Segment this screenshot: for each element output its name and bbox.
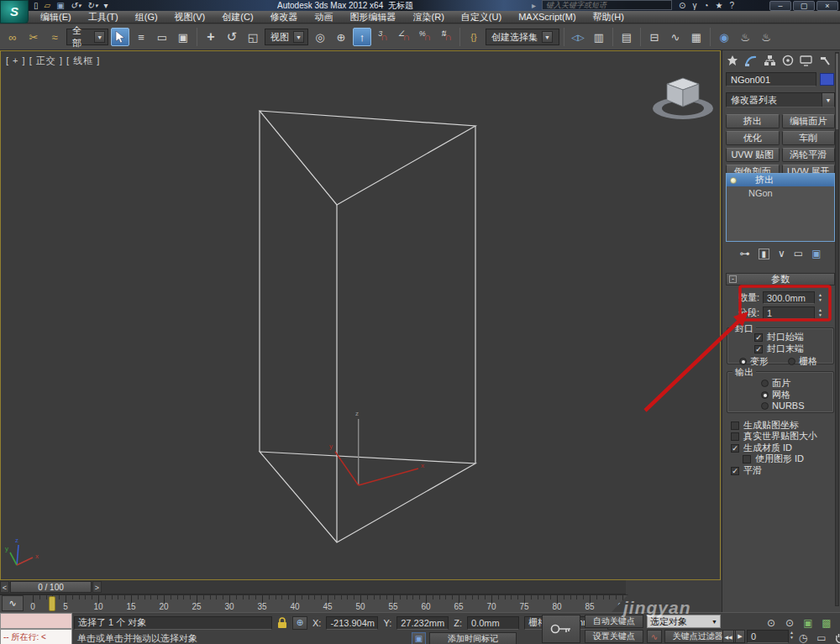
tab-motion-icon[interactable]: [780, 53, 796, 68]
tab-display-icon[interactable]: [798, 53, 815, 68]
schematic-view-icon[interactable]: ▦: [687, 28, 706, 46]
selection-lock-icon[interactable]: [277, 617, 287, 629]
snap-toggle-3d-icon[interactable]: 3∩: [374, 28, 392, 46]
select-object-icon[interactable]: [111, 28, 129, 46]
frame-spinner-arrows[interactable]: ▲▼: [790, 631, 794, 640]
redo-icon[interactable]: ↻▾: [87, 1, 98, 10]
menu-item[interactable]: 视图(V): [166, 11, 214, 24]
select-and-scale-icon[interactable]: ◱: [244, 28, 262, 46]
pin-stack-icon[interactable]: ⊶: [740, 248, 750, 259]
parameters-rollout-header[interactable]: - 参数: [726, 273, 835, 285]
default-tangent-icon[interactable]: ∿: [647, 630, 662, 643]
new-file-icon[interactable]: ▯: [34, 1, 39, 10]
modifier-onoff-bulb-icon[interactable]: [730, 177, 737, 184]
time-slider-track[interactable]: < 0 / 100 >: [0, 580, 626, 594]
spinner-snap-icon[interactable]: ⇅∩: [437, 28, 455, 46]
set-keys-button[interactable]: [542, 615, 580, 643]
layer-manager-icon[interactable]: ▤: [617, 28, 636, 46]
zoom-extents-all-icon[interactable]: ▩: [818, 616, 835, 630]
select-and-move-icon[interactable]: +: [202, 28, 220, 46]
smooth-checkbox[interactable]: ✓平滑: [731, 465, 762, 476]
modifier-preset-button[interactable]: 车削: [782, 131, 836, 145]
segments-spinner-arrows[interactable]: ▲▼: [818, 308, 822, 317]
track-bar[interactable]: 051015202530354045505560657075808590 ∿: [0, 594, 721, 612]
play-animation-icon[interactable]: ▶: [735, 630, 745, 643]
tab-create-icon[interactable]: [724, 53, 741, 68]
favorites-star-icon[interactable]: ★: [715, 1, 722, 10]
rectangular-selection-region-icon[interactable]: ▭: [153, 28, 171, 46]
qat-overflow-icon[interactable]: ▾: [103, 1, 108, 10]
cap-end-checkbox[interactable]: ✓封口末端: [754, 343, 804, 354]
modifier-list-arrow-icon[interactable]: ▼: [822, 93, 834, 107]
menu-item[interactable]: MAXScript(M): [510, 11, 584, 24]
x-coord-field[interactable]: -213.904m: [326, 616, 378, 630]
current-frame-marker[interactable]: [49, 596, 55, 611]
time-configuration-icon[interactable]: ◷: [795, 631, 811, 644]
rollout-collapse-icon[interactable]: -: [729, 275, 737, 283]
angle-snap-icon[interactable]: ∠∩: [395, 28, 413, 46]
menu-item[interactable]: 自定义(U): [453, 11, 510, 24]
frame-back-button[interactable]: <: [0, 581, 9, 593]
minimize-button[interactable]: –: [769, 1, 791, 11]
time-slider-handle[interactable]: 0 / 100: [10, 581, 92, 593]
make-unique-icon[interactable]: ∨: [778, 248, 785, 259]
mini-curve-editor-button[interactable]: ∿: [2, 595, 24, 611]
modifier-list-dropdown[interactable]: 修改器列表 ▼: [726, 92, 835, 107]
isolate-selection-icon[interactable]: ▣: [412, 632, 426, 644]
cap-start-checkbox[interactable]: ✓封口始端: [754, 332, 804, 343]
use-shape-id-checkbox[interactable]: 使用图形 ID: [743, 453, 804, 464]
patch-radio[interactable]: 面片: [761, 377, 790, 390]
configure-modifier-sets-icon[interactable]: ▣: [811, 248, 821, 259]
real-world-map-size-checkbox[interactable]: 真实世界贴图大小: [731, 431, 817, 442]
undo-icon[interactable]: ↺▾: [71, 1, 81, 10]
maxscript-listener-pane[interactable]: -- 所在行: <: [0, 629, 72, 644]
keyboard-shortcut-override-icon[interactable]: ↑: [353, 28, 371, 46]
search-go-icon[interactable]: ▸: [532, 0, 536, 11]
modifier-preset-button[interactable]: 涡轮平滑: [782, 148, 836, 162]
maximize-button[interactable]: ▢: [793, 1, 815, 11]
macro-recorder-pane[interactable]: [0, 613, 72, 629]
frame-forward-button[interactable]: >: [92, 581, 102, 593]
menu-item[interactable]: 动画: [307, 11, 342, 24]
modifier-preset-button[interactable]: UVW 贴图: [726, 148, 780, 162]
go-to-start-icon[interactable]: ◀◀: [722, 630, 734, 643]
menu-item[interactable]: 工具(T): [80, 11, 127, 24]
amount-input[interactable]: 300.0mm: [763, 291, 815, 304]
render-iterative-teapot-icon[interactable]: ♨: [757, 28, 775, 46]
set-key-button[interactable]: 设置关键点: [585, 630, 643, 643]
tab-utilities-icon[interactable]: [816, 53, 833, 68]
communication-center-icon[interactable]: ◔: [703, 1, 708, 10]
bind-to-spacewarp-icon[interactable]: ≈: [45, 28, 64, 46]
add-time-tag-button[interactable]: 添加时间标记: [429, 632, 517, 644]
stack-item-ngon[interactable]: NGon: [727, 186, 834, 199]
modifier-preset-button[interactable]: 优化: [726, 131, 780, 145]
align-icon[interactable]: ▥: [590, 28, 608, 46]
menu-item[interactable]: 编辑(E): [32, 11, 80, 24]
curve-editor-icon[interactable]: ∿: [666, 28, 685, 46]
wrench-icon[interactable]: γ: [692, 1, 696, 10]
menu-item[interactable]: 修改器: [262, 11, 307, 24]
selection-filter-dropdown[interactable]: 全部▼: [66, 29, 108, 45]
select-and-manipulate-icon[interactable]: ⊕: [332, 28, 350, 46]
mirror-icon[interactable]: ◁▷: [569, 28, 587, 46]
max-logo-button[interactable]: S: [0, 0, 29, 24]
modifier-stack[interactable]: 挤出 NGon: [726, 173, 835, 242]
select-by-name-icon[interactable]: ≡: [132, 28, 150, 46]
mesh-radio[interactable]: 网格: [761, 389, 790, 401]
viewport-orthographic[interactable]: [ + ] [ 正交 ] [ 线框 ] z y x: [0, 50, 721, 580]
z-coord-field[interactable]: 0.0mm: [467, 616, 519, 630]
open-file-icon[interactable]: ▱: [45, 1, 51, 10]
pan-hand-icon[interactable]: [832, 631, 840, 644]
y-coord-field[interactable]: 27.232mm: [396, 616, 449, 630]
named-selection-sets-dropdown[interactable]: 创建选择集▼: [486, 29, 559, 45]
zoom-extents-icon[interactable]: ▣: [800, 616, 816, 630]
modifier-preset-button[interactable]: 编辑面片: [782, 114, 836, 128]
material-editor-icon[interactable]: ◉: [715, 28, 733, 46]
tab-modify-icon[interactable]: [743, 53, 759, 68]
render-setup-icon[interactable]: ⊟: [645, 28, 664, 46]
reference-coordinate-dropdown[interactable]: 视图▼: [265, 29, 308, 45]
select-and-rotate-icon[interactable]: ↺: [223, 28, 241, 46]
help-icon[interactable]: ?: [729, 1, 734, 10]
viewcube[interactable]: [648, 71, 718, 123]
nurbs-radio[interactable]: NURBS: [761, 401, 805, 411]
